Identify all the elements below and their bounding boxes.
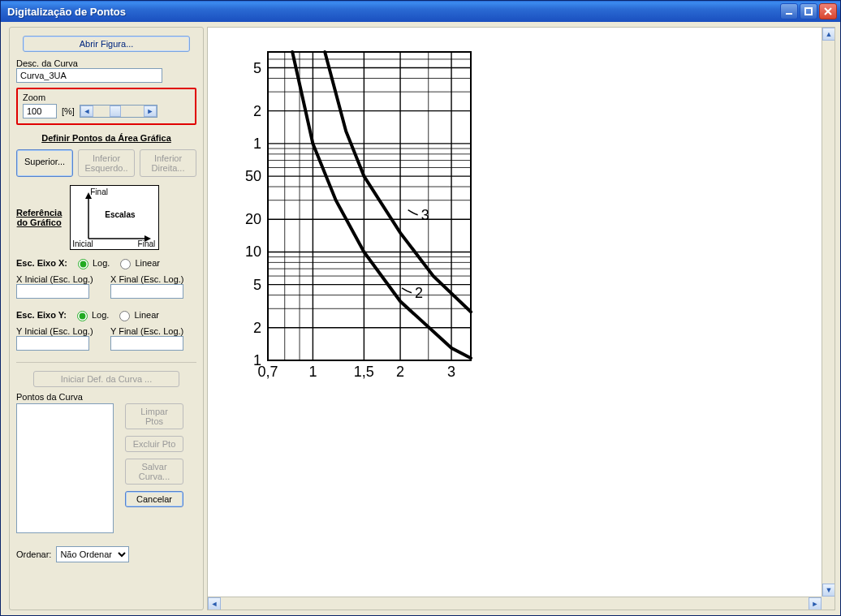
- axis-y-log-radio[interactable]: Log.: [73, 308, 109, 321]
- exclude-point-button: Excluir Pto: [125, 436, 183, 452]
- window-title: Digitalização de Pontos: [7, 6, 780, 18]
- y-final-label: Y Final (Esc. Log.): [110, 326, 196, 336]
- close-button[interactable]: [819, 3, 837, 19]
- svg-text:1: 1: [253, 352, 261, 368]
- open-figure-button[interactable]: Abrir Figura...: [23, 36, 190, 52]
- chart-panel: 0,711,52312510205012523 ▲ ▼ ◄ ►: [207, 27, 835, 610]
- cancel-button[interactable]: Cancelar: [125, 491, 183, 507]
- svg-text:3: 3: [421, 207, 429, 223]
- zoom-scrollbar[interactable]: ◄ ►: [80, 105, 157, 118]
- svg-text:2: 2: [415, 285, 423, 301]
- svg-text:3: 3: [447, 364, 455, 380]
- minimize-button[interactable]: [780, 3, 798, 19]
- scrollbar-corner: [822, 597, 835, 610]
- y-initial-input[interactable]: [16, 336, 89, 351]
- svg-text:1: 1: [253, 136, 261, 152]
- svg-text:2: 2: [253, 320, 261, 336]
- axis-x-linear-radio[interactable]: Linear: [116, 256, 160, 269]
- x-final-label: X Final (Esc. Log.): [110, 274, 196, 284]
- inferior-esquerdo-button: Inferior Esquerdo..: [78, 149, 135, 177]
- svg-text:1,5: 1,5: [354, 364, 374, 380]
- save-curve-button: Salvar Curva...: [125, 459, 183, 485]
- x-initial-label: X Inicial (Esc. Log.): [16, 274, 102, 284]
- svg-rect-0: [786, 13, 792, 15]
- reference-diagram: Final Escalas Inicial Final: [70, 185, 159, 250]
- svg-text:2: 2: [396, 364, 404, 380]
- y-initial-label: Y Inicial (Esc. Log.): [16, 326, 102, 336]
- svg-text:5: 5: [253, 60, 261, 76]
- horizontal-scrollbar[interactable]: ◄ ►: [208, 597, 822, 610]
- scroll-up-icon[interactable]: ▲: [822, 28, 835, 41]
- curve-desc-label: Desc. da Curva: [16, 58, 196, 68]
- inferior-direita-button: Inferior Direita...: [140, 149, 196, 177]
- scroll-left-icon[interactable]: ◄: [80, 106, 93, 117]
- curve-desc-input[interactable]: [16, 68, 162, 83]
- svg-rect-1: [805, 8, 812, 15]
- curve-points-list[interactable]: [16, 403, 114, 533]
- chart-area: 0,711,52312510205012523: [227, 44, 479, 385]
- zoom-box: Zoom [%] ◄ ►: [16, 88, 196, 125]
- titlebar: Digitalização de Pontos: [1, 1, 840, 22]
- scroll-down-icon[interactable]: ▼: [822, 584, 835, 597]
- svg-text:20: 20: [245, 211, 261, 227]
- y-final-input[interactable]: [110, 336, 183, 351]
- axis-y-title: Esc. Eixo Y:: [16, 310, 67, 320]
- order-label: Ordenar:: [16, 549, 51, 559]
- axis-x-title: Esc. Eixo X:: [16, 258, 67, 268]
- points-label: Pontos da Curva: [16, 392, 196, 402]
- scroll-left-icon-2[interactable]: ◄: [208, 597, 221, 610]
- axis-y-linear-radio[interactable]: Linear: [115, 308, 159, 321]
- reference-title-2: do Gráfico: [16, 218, 62, 227]
- x-final-input[interactable]: [110, 284, 183, 299]
- maximize-button[interactable]: [800, 3, 817, 19]
- order-select[interactable]: Não Ordenar: [56, 546, 129, 562]
- clear-points-button: Limpar Ptos: [125, 403, 183, 429]
- svg-text:1: 1: [308, 364, 317, 380]
- vertical-scrollbar[interactable]: ▲ ▼: [822, 28, 835, 597]
- zoom-input[interactable]: [23, 104, 57, 118]
- scroll-thumb[interactable]: [110, 106, 121, 117]
- svg-text:50: 50: [245, 168, 261, 184]
- define-points-title: Definir Pontos da Área Gráfica: [16, 133, 196, 143]
- start-curve-def-button: Iniciar Def. da Curva ...: [33, 371, 179, 387]
- scroll-right-icon-2[interactable]: ►: [809, 597, 822, 610]
- superior-button[interactable]: Superior...: [16, 149, 73, 177]
- svg-rect-6: [268, 52, 471, 360]
- zoom-label: Zoom: [23, 93, 190, 102]
- zoom-unit: [%]: [62, 106, 75, 116]
- svg-text:2: 2: [253, 103, 261, 119]
- reference-title-1: Referência: [16, 208, 62, 218]
- left-panel: Abrir Figura... Desc. da Curva Zoom [%] …: [9, 27, 204, 610]
- scroll-right-icon[interactable]: ►: [144, 106, 157, 117]
- x-initial-input[interactable]: [16, 284, 89, 299]
- axis-x-log-radio[interactable]: Log.: [74, 256, 110, 269]
- svg-text:10: 10: [245, 243, 261, 260]
- svg-text:5: 5: [253, 277, 261, 293]
